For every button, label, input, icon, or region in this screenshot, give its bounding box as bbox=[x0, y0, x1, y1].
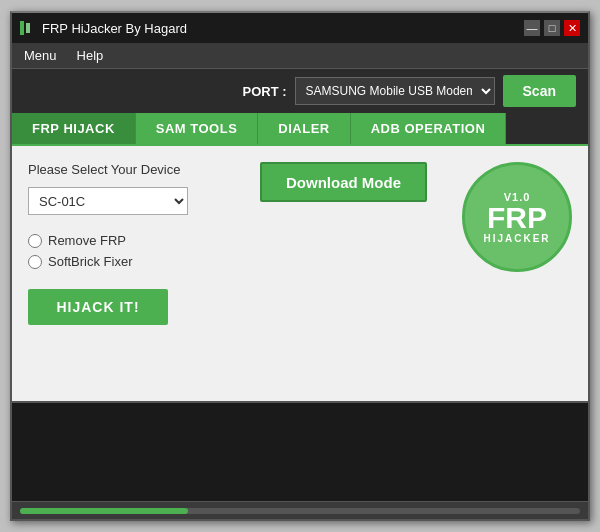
tab-frp-hijack[interactable]: FRP HIJACK bbox=[12, 113, 136, 144]
radio-label-softbrick-fixer: SoftBrick Fixer bbox=[48, 254, 133, 269]
radio-input-softbrick-fixer[interactable] bbox=[28, 255, 42, 269]
left-section: Please Select Your Device SC-01C Remove … bbox=[28, 162, 225, 325]
download-mode-button[interactable]: Download Mode bbox=[260, 162, 427, 202]
logo-bar-1 bbox=[20, 21, 24, 35]
tab-sam-tools[interactable]: SAM TOOLS bbox=[136, 113, 259, 144]
port-label: PORT : bbox=[242, 84, 286, 99]
frp-logo: V1.0 FRP HIJACKER bbox=[462, 162, 572, 272]
logo-bar-2 bbox=[26, 23, 30, 33]
port-bar: PORT : SAMSUNG Mobile USB Modem (… Scan bbox=[12, 69, 588, 113]
minimize-button[interactable]: — bbox=[524, 20, 540, 36]
status-bar bbox=[12, 501, 588, 519]
device-select[interactable]: SC-01C bbox=[28, 187, 188, 215]
hijack-button[interactable]: HIJACK IT! bbox=[28, 289, 168, 325]
device-label: Please Select Your Device bbox=[28, 162, 225, 177]
app-logo bbox=[20, 20, 36, 36]
progress-fill bbox=[20, 508, 188, 514]
radio-softbrick-fixer[interactable]: SoftBrick Fixer bbox=[28, 254, 225, 269]
scan-button[interactable]: Scan bbox=[503, 75, 576, 107]
middle-section: Download Mode bbox=[245, 162, 442, 202]
frp-sub-text: HIJACKER bbox=[483, 233, 550, 244]
console-area bbox=[12, 401, 588, 501]
tab-bar: FRP HIJACK SAM TOOLS DIALER ADB OPERATIO… bbox=[12, 113, 588, 146]
menu-item-menu[interactable]: Menu bbox=[20, 46, 61, 65]
title-bar: FRP HiJacker By Hagard — □ ✕ bbox=[12, 13, 588, 43]
top-section: Please Select Your Device SC-01C Remove … bbox=[28, 162, 572, 325]
main-window: FRP HiJacker By Hagard — □ ✕ Menu Help P… bbox=[10, 11, 590, 521]
radio-label-remove-frp: Remove FRP bbox=[48, 233, 126, 248]
frp-main-text: FRP bbox=[487, 203, 547, 233]
menu-bar: Menu Help bbox=[12, 43, 588, 69]
radio-input-remove-frp[interactable] bbox=[28, 234, 42, 248]
radio-remove-frp[interactable]: Remove FRP bbox=[28, 233, 225, 248]
close-button[interactable]: ✕ bbox=[564, 20, 580, 36]
radio-group: Remove FRP SoftBrick Fixer bbox=[28, 233, 225, 269]
port-select[interactable]: SAMSUNG Mobile USB Modem (… bbox=[295, 77, 495, 105]
tab-dialer[interactable]: DIALER bbox=[258, 113, 350, 144]
maximize-button[interactable]: □ bbox=[544, 20, 560, 36]
progress-track bbox=[20, 508, 580, 514]
window-controls: — □ ✕ bbox=[524, 20, 580, 36]
main-content: Please Select Your Device SC-01C Remove … bbox=[12, 146, 588, 401]
window-title: FRP HiJacker By Hagard bbox=[42, 21, 518, 36]
menu-item-help[interactable]: Help bbox=[73, 46, 108, 65]
tab-adb-operation[interactable]: ADB OPERATION bbox=[351, 113, 507, 144]
